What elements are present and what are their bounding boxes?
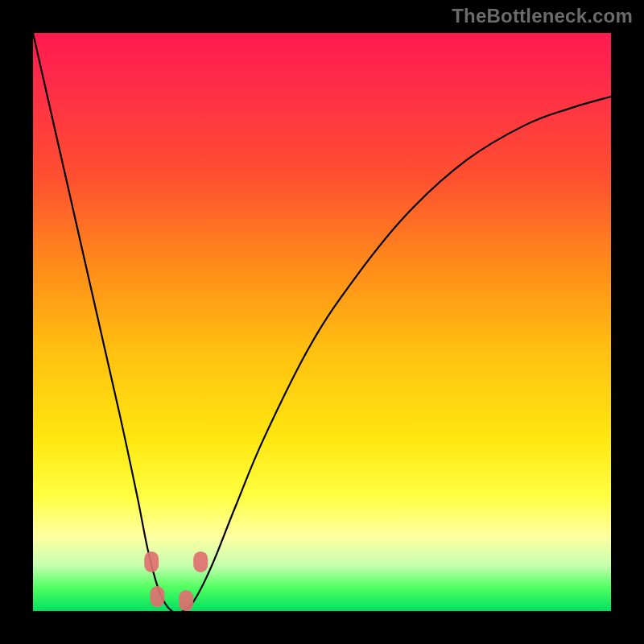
attribution-text: TheBottleneck.com: [452, 5, 633, 27]
gradient-plot-area: [33, 33, 611, 611]
curve-marker: [193, 551, 208, 572]
marker-group: [144, 551, 208, 611]
curve-layer: [33, 33, 611, 611]
chart-frame: TheBottleneck.com: [0, 0, 644, 644]
curve-marker: [150, 586, 164, 607]
bottleneck-curve: [33, 33, 611, 611]
curve-marker: [179, 590, 193, 611]
curve-marker: [144, 551, 159, 572]
